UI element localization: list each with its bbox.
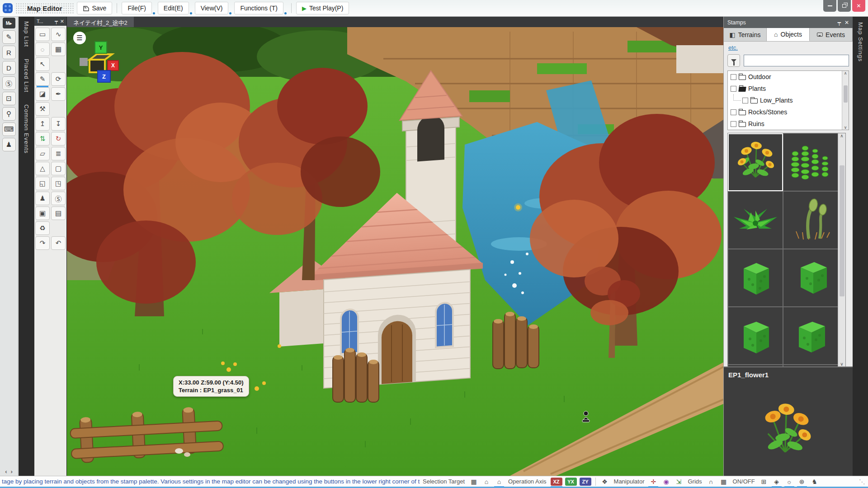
bring-forward-tool[interactable]: ◱ xyxy=(35,177,50,190)
scroll-down-icon[interactable]: ∨ xyxy=(840,361,843,366)
display-icon[interactable]: ⊡ xyxy=(2,92,16,105)
move-icon[interactable]: ✛ xyxy=(648,477,659,486)
send-backward-tool[interactable]: ◳ xyxy=(51,177,66,190)
effect-icon[interactable]: ⊛ xyxy=(797,477,807,486)
tree-item-low-plants[interactable]: Low_Plants xyxy=(728,94,842,106)
stairs-tool[interactable]: ≣ xyxy=(51,147,66,160)
restore-button[interactable] xyxy=(838,0,851,12)
switch-stamp-tool[interactable]: Ⓢ xyxy=(51,192,66,205)
tree-item-rocks-stones[interactable]: Rocks/Stones xyxy=(728,106,842,118)
snap-icon[interactable]: ∩ xyxy=(706,477,717,486)
menu-file[interactable]: File(F) xyxy=(122,2,151,14)
scene-3d[interactable]: ☰ Y X Z X:33.00 Z:59.00 (Y:4.50) Terrain… xyxy=(67,27,723,476)
tab-objects[interactable]: ⌂ Objects xyxy=(767,28,810,41)
checkbox[interactable] xyxy=(731,109,736,115)
flip-vertical-tool[interactable]: ⇅ xyxy=(35,132,50,145)
slope-tool[interactable]: ▱ xyxy=(35,147,50,160)
ramp-tool[interactable]: △ xyxy=(35,162,50,175)
select-building-icon[interactable]: ⌂ xyxy=(494,477,505,486)
save-button[interactable]: Save xyxy=(77,2,113,14)
stamp-tall-plants[interactable] xyxy=(783,133,838,191)
scroll-down-icon[interactable]: ∨ xyxy=(844,125,847,130)
menu-view[interactable]: View(V) xyxy=(195,2,229,14)
zoom-icon[interactable]: ⚲ xyxy=(2,107,16,121)
checkbox[interactable] xyxy=(731,121,736,127)
axis-yx-button[interactable]: YX xyxy=(565,478,577,486)
pen-tool[interactable]: ✎ xyxy=(35,72,50,86)
axis-gizmo[interactable]: Y X Z xyxy=(79,41,128,86)
grid-select-tool[interactable]: ▦ xyxy=(51,42,66,56)
filter-button[interactable] xyxy=(727,54,740,67)
map-tab[interactable]: ネイテイ村_2_途中2 xyxy=(67,17,134,27)
lower-terrain-tool[interactable]: ↧ xyxy=(51,117,66,131)
tree-scrollbar[interactable]: ∧ ∨ xyxy=(842,71,849,130)
tab-map-settings[interactable]: Map Settings xyxy=(857,22,864,476)
select-terrain-icon[interactable]: ▦ xyxy=(468,477,479,486)
stamp-bush-cube-3[interactable] xyxy=(728,307,783,365)
stamp-bush-cube-4[interactable] xyxy=(783,307,838,365)
tab-placed-list[interactable]: Placed List xyxy=(23,59,30,93)
scroll-up-icon[interactable]: ∧ xyxy=(844,71,847,75)
tab-map-list[interactable]: Map List xyxy=(23,21,30,47)
light-icon[interactable]: ☼ xyxy=(784,477,795,486)
menu-edit[interactable]: Edit(E) xyxy=(158,2,189,14)
path-select-tool[interactable]: ∿ xyxy=(51,28,66,41)
ellipse-select-tool[interactable]: ◌ xyxy=(35,42,50,56)
copy-tool[interactable]: ▣ xyxy=(35,206,50,220)
rotate-horizontal-tool[interactable]: ↻ xyxy=(51,132,66,145)
pin-icon[interactable]: ┯ xyxy=(55,19,58,24)
stamp-sprouts[interactable] xyxy=(783,191,838,249)
rotate-icon[interactable]: ◉ xyxy=(660,477,671,486)
stamp-mode-icon[interactable]: ❖ xyxy=(599,477,610,486)
tree-item-plants[interactable]: Plants xyxy=(728,83,842,94)
character-tool[interactable]: ♟ xyxy=(35,192,50,205)
map-edit-icon[interactable]: ✎ xyxy=(2,30,16,44)
grid-scrollbar[interactable]: ∧ ∨ xyxy=(838,133,845,366)
checkbox[interactable] xyxy=(731,74,736,80)
stamp-filter-input[interactable] xyxy=(744,55,849,66)
terrain-dig-tool[interactable]: ⚒ xyxy=(35,102,50,116)
object-rotate-tool[interactable]: ⟳ xyxy=(51,72,66,86)
redo-tool[interactable]: ↷ xyxy=(35,236,50,250)
delete-tool[interactable]: ♻ xyxy=(35,221,50,235)
close-button[interactable]: ✕ xyxy=(852,0,865,12)
axis-xz-button[interactable]: XZ xyxy=(551,478,562,486)
menu-functions[interactable]: Functions (T) xyxy=(234,2,283,14)
monster-icon[interactable]: ♞ xyxy=(809,477,820,486)
raise-terrain-tool[interactable]: ↥ xyxy=(35,117,50,131)
keyboard-icon[interactable]: ⌨ xyxy=(2,122,16,136)
object-pick-tool[interactable]: ↖ xyxy=(35,57,50,71)
playtest-icon[interactable]: ♟ xyxy=(2,138,16,151)
tab-events[interactable]: Events xyxy=(810,28,853,41)
undo-tool[interactable]: ↶ xyxy=(51,236,66,250)
close-icon[interactable]: ✕ xyxy=(844,19,849,26)
grid-icon[interactable]: ▦ xyxy=(718,477,729,486)
tab-common-events[interactable]: Common Events xyxy=(23,104,30,154)
resize-grip[interactable]: ⋱ xyxy=(859,478,866,485)
checkbox[interactable] xyxy=(731,86,736,92)
scroll-thumb[interactable] xyxy=(840,165,844,296)
tree-item-clipped[interactable] xyxy=(728,130,842,130)
select-object-icon[interactable]: ⌂ xyxy=(481,477,492,486)
viewport-menu-button[interactable]: ☰ xyxy=(73,32,86,44)
switch-icon[interactable]: Ⓢ xyxy=(2,76,16,90)
database-icon[interactable]: D xyxy=(2,61,16,75)
stamp-bush-cube-2[interactable] xyxy=(783,249,838,307)
pin-icon[interactable]: ┯ xyxy=(838,19,841,26)
eyedropper-tool[interactable]: ✒ xyxy=(51,87,66,101)
scale-icon[interactable]: ⇲ xyxy=(673,477,684,486)
tree-item-outdoor[interactable]: Outdoor xyxy=(728,71,842,83)
checkbox[interactable] xyxy=(742,98,748,103)
resource-icon[interactable]: R xyxy=(2,46,16,59)
tree-item-ruins[interactable]: Ruins xyxy=(728,118,842,130)
scroll-up-icon[interactable]: ∧ xyxy=(840,133,843,138)
scroll-thumb[interactable] xyxy=(844,85,848,103)
terrain-visible-icon[interactable]: ◈ xyxy=(771,477,782,486)
eraser-tool[interactable]: ◪ xyxy=(35,87,50,101)
paste-tool[interactable]: ▤ xyxy=(51,206,66,220)
stamp-flower1[interactable] xyxy=(728,133,783,191)
stamp-star-plant[interactable] xyxy=(728,191,783,249)
tab-terrains[interactable]: ◧ Terrains xyxy=(724,28,767,41)
next-arrow[interactable]: › xyxy=(11,468,13,475)
axis-zy-button[interactable]: ZY xyxy=(580,478,591,486)
